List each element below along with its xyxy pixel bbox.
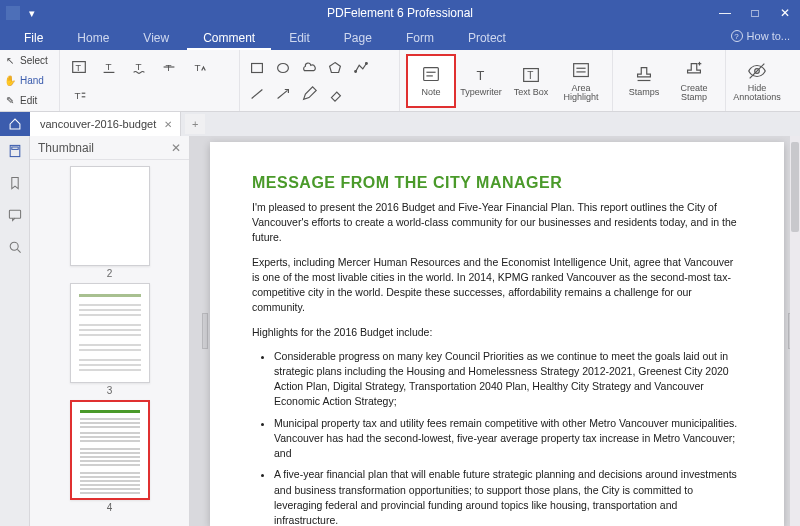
- svg-rect-11: [252, 63, 263, 72]
- note-button[interactable]: Note: [406, 54, 456, 108]
- tab-protect[interactable]: Protect: [452, 27, 522, 50]
- hide-annotations-button[interactable]: Hide Annotations: [732, 54, 782, 108]
- maximize-button[interactable]: □: [740, 0, 770, 26]
- document-tab-label: vancouver-2016-budget: [40, 118, 156, 130]
- oval-shape[interactable]: [272, 57, 294, 79]
- note-icon: [420, 64, 442, 86]
- hide-icon: [746, 60, 768, 82]
- pencil-tool[interactable]: [298, 83, 320, 105]
- left-rail: [0, 136, 30, 526]
- cloud-shape[interactable]: [298, 57, 320, 79]
- svg-point-14: [355, 70, 357, 72]
- stamp-icon: [633, 64, 655, 86]
- svg-text:T: T: [105, 60, 111, 71]
- tab-form[interactable]: Form: [390, 27, 450, 50]
- strikeout-tool[interactable]: T: [156, 55, 182, 79]
- close-button[interactable]: ✕: [770, 0, 800, 26]
- document-view[interactable]: MESSAGE FROM THE CITY MANAGER I'm please…: [190, 136, 800, 526]
- page-heading: MESSAGE FROM THE CITY MANAGER: [252, 174, 742, 192]
- area-highlight-button[interactable]: Area Highlight: [556, 54, 606, 108]
- tab-page[interactable]: Page: [328, 27, 388, 50]
- svg-text:T: T: [195, 61, 201, 72]
- help-icon: ?: [731, 30, 743, 42]
- thumbnail-close-icon[interactable]: ✕: [171, 141, 181, 155]
- create-stamp-button[interactable]: Create Stamp: [669, 54, 719, 108]
- home-icon: [8, 117, 22, 131]
- rail-thumbnails[interactable]: [6, 142, 24, 160]
- how-to-button[interactable]: ? How to...: [731, 30, 790, 42]
- edit-tool[interactable]: ✎Edit: [4, 91, 55, 109]
- polygon-shape[interactable]: [324, 57, 346, 79]
- rail-bookmarks[interactable]: [6, 174, 24, 192]
- main-area: Thumbnail ✕ 2 3: [0, 136, 800, 526]
- new-tab-button[interactable]: +: [185, 114, 205, 134]
- rect-shape[interactable]: [246, 57, 268, 79]
- svg-line-17: [278, 90, 288, 98]
- thumbnail-page-2[interactable]: 2: [65, 166, 155, 279]
- svg-point-35: [10, 242, 18, 250]
- document-tab[interactable]: vancouver-2016-budget ✕: [30, 112, 181, 136]
- select-tool[interactable]: ↖Select: [4, 52, 55, 70]
- svg-point-15: [366, 62, 368, 64]
- caret-tool[interactable]: T: [186, 55, 212, 79]
- tab-edit[interactable]: Edit: [273, 27, 326, 50]
- svg-rect-34: [9, 210, 20, 218]
- app-icon: [6, 6, 20, 20]
- ribbon-shapes-group: [240, 50, 400, 111]
- svg-text:T: T: [75, 62, 81, 72]
- stamps-button[interactable]: Stamps: [619, 54, 669, 108]
- svg-point-12: [278, 63, 289, 72]
- vertical-scrollbar[interactable]: [790, 136, 800, 526]
- ribbon-select-group: ↖Select ✋Hand ✎Edit: [0, 50, 60, 111]
- page-bullet: Considerable progress on many key Counci…: [274, 349, 742, 410]
- ribbon: ↖Select ✋Hand ✎Edit T T T T T T Note T T…: [0, 50, 800, 112]
- svg-line-36: [17, 249, 20, 252]
- pane-handle-left[interactable]: [202, 313, 208, 349]
- svg-marker-13: [330, 62, 341, 72]
- qat-dropdown-icon[interactable]: ▾: [26, 7, 38, 19]
- scrollbar-thumb[interactable]: [791, 142, 799, 232]
- tab-home[interactable]: Home: [61, 27, 125, 50]
- title-bar: ▾ PDFelement 6 Professional — □ ✕: [0, 0, 800, 26]
- hand-icon: ✋: [4, 75, 16, 87]
- thumbnail-page-3[interactable]: 3: [65, 283, 155, 396]
- connected-lines[interactable]: [350, 57, 372, 79]
- page-paragraph: I'm pleased to present the 2016 Budget a…: [252, 200, 742, 246]
- cursor-icon: ↖: [4, 55, 16, 67]
- document-tabs: vancouver-2016-budget ✕ +: [0, 112, 800, 136]
- tab-view[interactable]: View: [127, 27, 185, 50]
- thumbnail-panel: Thumbnail ✕ 2 3: [30, 136, 190, 526]
- ribbon-textmark-group: T T T T T T: [60, 50, 240, 111]
- highlight-tool[interactable]: T: [66, 55, 92, 79]
- svg-text:T: T: [476, 68, 484, 83]
- page-bullet: Municipal property tax and utility fees …: [274, 416, 742, 462]
- underline-tool[interactable]: T: [96, 55, 122, 79]
- eraser-tool[interactable]: [324, 83, 346, 105]
- line-shape[interactable]: [246, 83, 268, 105]
- replace-tool[interactable]: T: [66, 83, 92, 107]
- thumbnail-list[interactable]: 2 3: [30, 160, 189, 526]
- typewriter-button[interactable]: T Typewriter: [456, 54, 506, 108]
- page-bullet: A five-year financial plan that will ena…: [274, 467, 742, 526]
- tab-comment[interactable]: Comment: [187, 27, 271, 50]
- arrow-shape[interactable]: [272, 83, 294, 105]
- tab-close-icon[interactable]: ✕: [164, 119, 172, 130]
- rail-comments[interactable]: [6, 206, 24, 224]
- rail-search[interactable]: [6, 238, 24, 256]
- area-highlight-icon: [570, 60, 592, 82]
- thumbnail-title: Thumbnail: [38, 141, 94, 155]
- page-paragraph: Highlights for the 2016 Budget include:: [252, 325, 742, 340]
- tab-file[interactable]: File: [8, 27, 59, 50]
- how-to-label: How to...: [747, 30, 790, 42]
- textbox-button[interactable]: T Text Box: [506, 54, 556, 108]
- svg-text:T: T: [527, 70, 533, 81]
- minimize-button[interactable]: —: [710, 0, 740, 26]
- thumbnail-page-4[interactable]: 4: [65, 400, 155, 513]
- home-tab[interactable]: [0, 112, 30, 136]
- squiggly-tool[interactable]: T: [126, 55, 152, 79]
- hand-tool[interactable]: ✋Hand: [4, 72, 55, 90]
- svg-rect-33: [11, 147, 17, 149]
- page-canvas: MESSAGE FROM THE CITY MANAGER I'm please…: [210, 142, 784, 526]
- create-stamp-icon: [683, 60, 705, 82]
- page-paragraph: Experts, including Mercer Human Resource…: [252, 255, 742, 316]
